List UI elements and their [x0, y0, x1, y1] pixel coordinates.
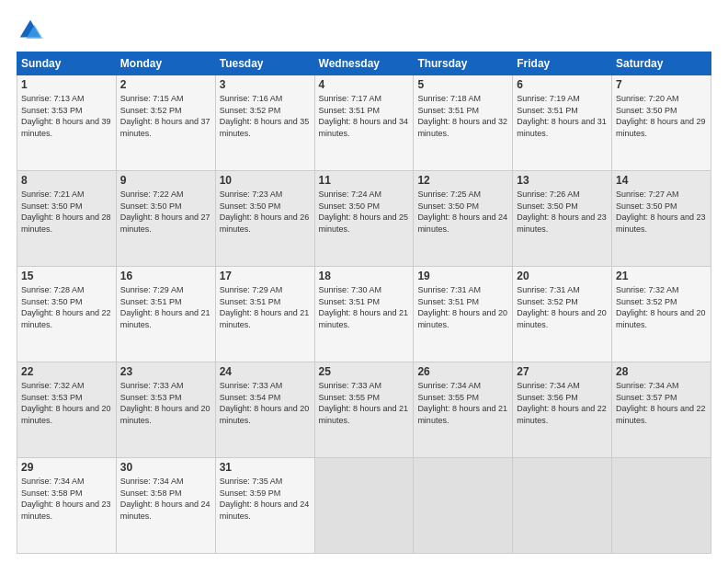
calendar-cell-empty: [513, 458, 612, 554]
cell-text: Sunrise: 7:16 AMSunset: 3:52 PMDaylight:…: [220, 94, 310, 138]
day-of-week-row: SundayMondayTuesdayWednesdayThursdayFrid…: [17, 52, 711, 75]
calendar-table: SundayMondayTuesdayWednesdayThursdayFrid…: [17, 52, 711, 554]
day-number: 5: [417, 78, 508, 91]
calendar-cell-6: 6Sunrise: 7:19 AMSunset: 3:51 PMDaylight…: [513, 75, 612, 171]
cell-text: Sunrise: 7:17 AMSunset: 3:51 PMDaylight:…: [319, 94, 409, 138]
day-number: 25: [319, 365, 410, 378]
day-number: 24: [220, 365, 311, 378]
calendar-body: 1Sunrise: 7:13 AMSunset: 3:53 PMDaylight…: [17, 75, 711, 554]
cell-text: Sunrise: 7:21 AMSunset: 3:50 PMDaylight:…: [21, 190, 111, 234]
cell-text: Sunrise: 7:34 AMSunset: 3:56 PMDaylight:…: [517, 381, 607, 425]
calendar-cell-31: 31Sunrise: 7:35 AMSunset: 3:59 PMDayligh…: [215, 458, 314, 554]
logo: [17, 17, 48, 44]
dow-header-monday: Monday: [116, 52, 215, 75]
cell-text: Sunrise: 7:32 AMSunset: 3:52 PMDaylight:…: [616, 285, 706, 329]
day-number: 23: [120, 365, 211, 378]
cell-text: Sunrise: 7:20 AMSunset: 3:50 PMDaylight:…: [616, 94, 706, 138]
logo-icon: [17, 17, 44, 44]
calendar-cell-24: 24Sunrise: 7:33 AMSunset: 3:54 PMDayligh…: [215, 362, 314, 458]
calendar-cell-26: 26Sunrise: 7:34 AMSunset: 3:55 PMDayligh…: [414, 362, 513, 458]
calendar-cell-empty: [314, 458, 414, 554]
calendar-cell-3: 3Sunrise: 7:16 AMSunset: 3:52 PMDaylight…: [215, 75, 314, 171]
day-number: 26: [417, 365, 508, 378]
day-number: 19: [417, 270, 508, 282]
day-number: 20: [517, 270, 608, 282]
calendar-cell-14: 14Sunrise: 7:27 AMSunset: 3:50 PMDayligh…: [612, 171, 711, 267]
calendar-cell-empty: [612, 458, 711, 554]
cell-text: Sunrise: 7:29 AMSunset: 3:51 PMDaylight:…: [220, 285, 310, 329]
dow-header-tuesday: Tuesday: [215, 52, 314, 75]
calendar-cell-empty: [414, 458, 513, 554]
dow-header-thursday: Thursday: [414, 52, 513, 75]
day-number: 9: [120, 174, 211, 187]
day-number: 13: [517, 174, 608, 187]
cell-text: Sunrise: 7:32 AMSunset: 3:53 PMDaylight:…: [21, 381, 111, 425]
cell-text: Sunrise: 7:33 AMSunset: 3:54 PMDaylight:…: [220, 381, 310, 425]
cell-text: Sunrise: 7:34 AMSunset: 3:58 PMDaylight:…: [120, 477, 210, 521]
day-number: 15: [21, 270, 112, 282]
cell-text: Sunrise: 7:26 AMSunset: 3:50 PMDaylight:…: [517, 190, 607, 234]
day-number: 12: [417, 174, 508, 187]
calendar-cell-23: 23Sunrise: 7:33 AMSunset: 3:53 PMDayligh…: [116, 362, 215, 458]
calendar-cell-29: 29Sunrise: 7:34 AMSunset: 3:58 PMDayligh…: [17, 458, 117, 554]
calendar-cell-22: 22Sunrise: 7:32 AMSunset: 3:53 PMDayligh…: [17, 362, 117, 458]
calendar-cell-9: 9Sunrise: 7:22 AMSunset: 3:50 PMDaylight…: [116, 171, 215, 267]
calendar-week-1: 1Sunrise: 7:13 AMSunset: 3:53 PMDaylight…: [17, 75, 711, 171]
header: [17, 17, 711, 44]
cell-text: Sunrise: 7:15 AMSunset: 3:52 PMDaylight:…: [120, 94, 210, 138]
calendar-cell-10: 10Sunrise: 7:23 AMSunset: 3:50 PMDayligh…: [215, 171, 314, 267]
calendar-cell-13: 13Sunrise: 7:26 AMSunset: 3:50 PMDayligh…: [513, 171, 612, 267]
calendar-cell-25: 25Sunrise: 7:33 AMSunset: 3:55 PMDayligh…: [314, 362, 414, 458]
calendar-cell-8: 8Sunrise: 7:21 AMSunset: 3:50 PMDaylight…: [17, 171, 117, 267]
day-number: 22: [21, 365, 112, 378]
dow-header-saturday: Saturday: [612, 52, 711, 75]
calendar-cell-16: 16Sunrise: 7:29 AMSunset: 3:51 PMDayligh…: [116, 267, 215, 362]
day-number: 7: [616, 78, 707, 91]
cell-text: Sunrise: 7:34 AMSunset: 3:55 PMDaylight:…: [417, 381, 507, 425]
day-number: 14: [616, 174, 707, 187]
calendar-cell-2: 2Sunrise: 7:15 AMSunset: 3:52 PMDaylight…: [116, 75, 215, 171]
calendar-week-5: 29Sunrise: 7:34 AMSunset: 3:58 PMDayligh…: [17, 458, 711, 554]
day-number: 4: [319, 78, 410, 91]
day-number: 30: [120, 461, 211, 474]
calendar-cell-17: 17Sunrise: 7:29 AMSunset: 3:51 PMDayligh…: [215, 267, 314, 362]
cell-text: Sunrise: 7:34 AMSunset: 3:57 PMDaylight:…: [616, 381, 706, 425]
calendar-cell-5: 5Sunrise: 7:18 AMSunset: 3:51 PMDaylight…: [414, 75, 513, 171]
calendar-cell-21: 21Sunrise: 7:32 AMSunset: 3:52 PMDayligh…: [612, 267, 711, 362]
day-number: 10: [220, 174, 311, 187]
calendar-week-4: 22Sunrise: 7:32 AMSunset: 3:53 PMDayligh…: [17, 362, 711, 458]
cell-text: Sunrise: 7:33 AMSunset: 3:53 PMDaylight:…: [120, 381, 210, 425]
calendar-cell-18: 18Sunrise: 7:30 AMSunset: 3:51 PMDayligh…: [314, 267, 414, 362]
cell-text: Sunrise: 7:31 AMSunset: 3:52 PMDaylight:…: [517, 285, 607, 329]
cell-text: Sunrise: 7:31 AMSunset: 3:51 PMDaylight:…: [417, 285, 507, 329]
day-number: 18: [319, 270, 410, 282]
day-number: 21: [616, 270, 707, 282]
calendar-week-2: 8Sunrise: 7:21 AMSunset: 3:50 PMDaylight…: [17, 171, 711, 267]
cell-text: Sunrise: 7:27 AMSunset: 3:50 PMDaylight:…: [616, 190, 706, 234]
day-number: 29: [21, 461, 112, 474]
calendar-cell-11: 11Sunrise: 7:24 AMSunset: 3:50 PMDayligh…: [314, 171, 414, 267]
day-number: 28: [616, 365, 707, 378]
day-number: 27: [517, 365, 608, 378]
day-number: 2: [120, 78, 211, 91]
calendar-cell-7: 7Sunrise: 7:20 AMSunset: 3:50 PMDaylight…: [612, 75, 711, 171]
cell-text: Sunrise: 7:29 AMSunset: 3:51 PMDaylight:…: [120, 285, 210, 329]
dow-header-friday: Friday: [513, 52, 612, 75]
calendar-cell-12: 12Sunrise: 7:25 AMSunset: 3:50 PMDayligh…: [414, 171, 513, 267]
dow-header-sunday: Sunday: [17, 52, 117, 75]
cell-text: Sunrise: 7:24 AMSunset: 3:50 PMDaylight:…: [319, 190, 409, 234]
dow-header-wednesday: Wednesday: [314, 52, 414, 75]
day-number: 8: [21, 174, 112, 187]
calendar-cell-27: 27Sunrise: 7:34 AMSunset: 3:56 PMDayligh…: [513, 362, 612, 458]
cell-text: Sunrise: 7:34 AMSunset: 3:58 PMDaylight:…: [21, 477, 111, 521]
cell-text: Sunrise: 7:30 AMSunset: 3:51 PMDaylight:…: [319, 285, 409, 329]
day-number: 1: [21, 78, 112, 91]
day-number: 11: [319, 174, 410, 187]
cell-text: Sunrise: 7:13 AMSunset: 3:53 PMDaylight:…: [21, 94, 111, 138]
cell-text: Sunrise: 7:25 AMSunset: 3:50 PMDaylight:…: [417, 190, 507, 234]
cell-text: Sunrise: 7:19 AMSunset: 3:51 PMDaylight:…: [517, 94, 607, 138]
calendar-cell-30: 30Sunrise: 7:34 AMSunset: 3:58 PMDayligh…: [116, 458, 215, 554]
cell-text: Sunrise: 7:18 AMSunset: 3:51 PMDaylight:…: [417, 94, 507, 138]
day-number: 17: [220, 270, 311, 282]
calendar-cell-4: 4Sunrise: 7:17 AMSunset: 3:51 PMDaylight…: [314, 75, 414, 171]
